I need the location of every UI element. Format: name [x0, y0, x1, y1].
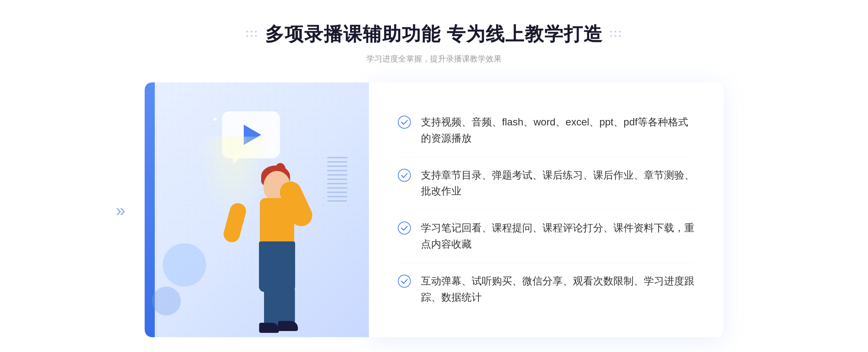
character-shoe-right — [278, 321, 298, 331]
feature-item-4: 互动弹幕、试听购买、微信分享、观看次数限制、学习进度跟踪、数据统计 — [398, 263, 694, 316]
header-section: 多项录播课辅助功能 专为线上教学打造 学习进度全掌握，提升录播课教学效果 — [0, 22, 868, 64]
feature-item-2: 支持章节目录、弹题考试、课后练习、课后作业、章节测验、批改作业 — [398, 157, 694, 210]
sparkle-2: ✦ — [223, 122, 229, 131]
feature-text-3: 学习笔记回看、课程提问、课程评论打分、课件资料下载，重点内容收藏 — [421, 220, 694, 253]
page-wrapper: 多项录播课辅助功能 专为线上教学打造 学习进度全掌握，提升录播课教学效果 — [0, 22, 868, 337]
chevron-left-icon: » — [116, 200, 125, 220]
svg-point-2 — [398, 222, 410, 234]
character-illustration — [226, 149, 328, 337]
circle-deco-1 — [163, 243, 206, 287]
check-icon-1 — [398, 116, 411, 129]
character-shoe-left — [259, 323, 279, 333]
check-icon-2 — [398, 169, 411, 182]
page-title: 多项录播课辅助功能 专为线上教学打造 — [265, 22, 603, 47]
page-subtitle: 学习进度全掌握，提升录播课教学效果 — [0, 53, 868, 64]
check-icon-3 — [398, 222, 411, 235]
character-pants — [259, 241, 295, 292]
features-area: 支持视频、音频、flash、word、excel、ppt、pdf等各种格式的资源… — [369, 82, 723, 337]
character-body — [260, 198, 294, 245]
feature-text-4: 互动弹幕、试听购买、微信分享、观看次数限制、学习进度跟踪、数据统计 — [421, 273, 694, 306]
check-icon-4 — [398, 275, 411, 288]
svg-point-1 — [398, 169, 410, 181]
feature-item-3: 学习笔记回看、课程提问、课程评论打分、课件资料下载，重点内容收藏 — [398, 210, 694, 263]
main-content: ✦ ✦ » — [145, 82, 723, 337]
striped-decoration — [327, 155, 347, 202]
character-leg-right — [279, 287, 295, 325]
svg-point-3 — [398, 275, 410, 287]
sparkle-1: ✦ — [212, 115, 218, 124]
circle-deco-2 — [152, 287, 181, 315]
feature-text-1: 支持视频、音频、flash、word、excel、ppt、pdf等各种格式的资源… — [421, 114, 694, 147]
svg-point-0 — [398, 116, 410, 128]
feature-text-2: 支持章节目录、弹题考试、课后练习、课后作业、章节测验、批改作业 — [421, 167, 694, 200]
left-decorator — [246, 31, 258, 38]
feature-item-1: 支持视频、音频、flash、word、excel、ppt、pdf等各种格式的资源… — [398, 104, 694, 157]
right-decorator — [610, 31, 622, 38]
header-title-row: 多项录播课辅助功能 专为线上教学打造 — [0, 22, 868, 47]
illustration-area: ✦ ✦ — [145, 82, 369, 337]
character-leg-left — [264, 287, 280, 326]
